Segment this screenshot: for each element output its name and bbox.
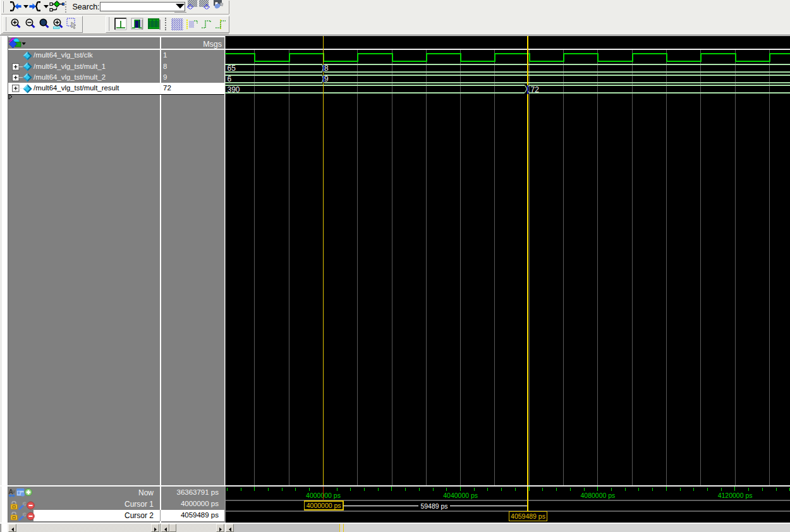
svg-text:4120000 ps: 4120000 ps bbox=[718, 492, 753, 499]
svg-text:4080000 ps: 4080000 ps bbox=[580, 492, 615, 499]
svg-text:4040000 ps: 4040000 ps bbox=[443, 492, 478, 499]
svg-text:6: 6 bbox=[228, 75, 232, 83]
svg-text:9: 9 bbox=[324, 75, 329, 83]
svg-text:4059489 ps: 4059489 ps bbox=[511, 513, 545, 520]
svg-text:8: 8 bbox=[324, 64, 329, 73]
svg-text:4000000 ps: 4000000 ps bbox=[307, 502, 341, 509]
svg-text:390: 390 bbox=[228, 85, 240, 94]
svg-text:72: 72 bbox=[530, 85, 539, 94]
svg-text:V: V bbox=[13, 490, 16, 494]
svg-text:65: 65 bbox=[228, 64, 236, 73]
svg-text:59489 ps: 59489 ps bbox=[420, 503, 447, 510]
